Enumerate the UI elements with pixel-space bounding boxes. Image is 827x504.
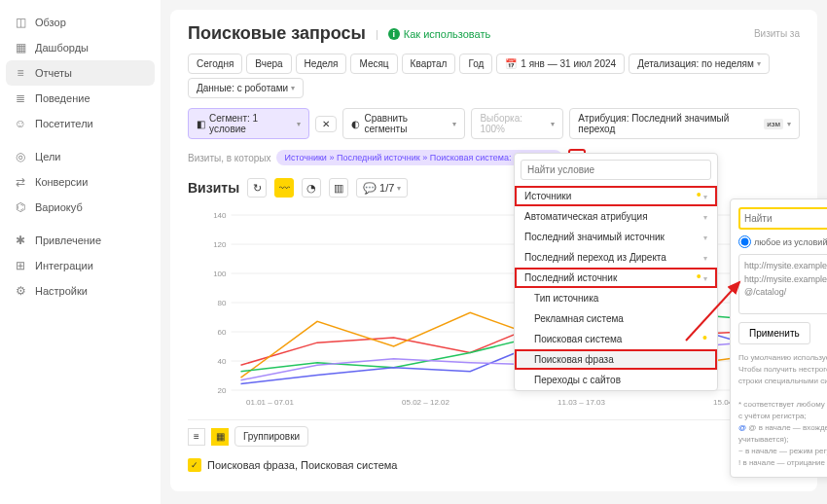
sidebar-item-variokub[interactable]: ⌬Вариокуб: [0, 195, 161, 220]
condition-item[interactable]: Источники• ▾: [515, 186, 717, 206]
sidebar-item-acquisition[interactable]: ✱Привлечение: [0, 228, 161, 253]
chevron-down-icon: ▾: [757, 59, 761, 68]
grouping-button[interactable]: Группировки: [234, 426, 308, 447]
chart-type-pie[interactable]: ◔: [302, 178, 321, 198]
sidebar-item-label: Дашборды: [35, 42, 89, 54]
grouping-list[interactable]: ≡: [188, 428, 205, 446]
condition-item[interactable]: Последний переход из Директа ▾: [515, 247, 717, 268]
period-yesterday[interactable]: Вчера: [246, 54, 291, 74]
help-tilde: ~ в начале — режим регулярного выражения…: [738, 446, 827, 457]
chart-refresh[interactable]: ↻: [247, 178, 267, 198]
chevron-down-icon: ▾: [397, 184, 401, 193]
svg-text:05.02 – 12.02: 05.02 – 12.02: [402, 398, 449, 407]
sidebar-item-dashboards[interactable]: ▦Дашборды: [0, 35, 161, 60]
sidebar-item-visitors[interactable]: ☺Посетители: [0, 111, 161, 136]
main-panel: Поисковые запросы | iКак использовать Ви…: [170, 10, 817, 491]
condition-item[interactable]: Переходы с сайтов: [515, 370, 717, 390]
segment-button[interactable]: ◧Сегмент: 1 условие▾: [188, 108, 309, 139]
segment-icon: ◧: [197, 119, 205, 129]
chevron-down-icon: ▾: [291, 84, 295, 92]
condition-label: Последний переход из Директа: [524, 252, 666, 263]
dashboards-icon: ▦: [14, 41, 27, 54]
daterange-picker[interactable]: 📅1 янв — 31 июл 2024: [496, 54, 625, 74]
metric-label: 1/7: [379, 182, 394, 194]
apply-button[interactable]: Применить: [738, 322, 810, 344]
chart-type-line[interactable]: 〰: [274, 178, 294, 198]
sidebar-item-label: Интеграции: [35, 260, 93, 271]
find-input[interactable]: [738, 207, 827, 230]
svg-text:01.01 – 07.01: 01.01 – 07.01: [246, 398, 294, 407]
segment-clear[interactable]: ✕: [315, 116, 337, 132]
period-month[interactable]: Месяц: [350, 54, 397, 74]
condition-item[interactable]: Автоматическая атрибуция ▾: [515, 206, 717, 227]
svg-text:11.03 – 17.03: 11.03 – 17.03: [557, 398, 605, 407]
period-today[interactable]: Сегодня: [188, 54, 242, 74]
sidebar-item-integrations[interactable]: ⊞Интеграции: [0, 253, 161, 278]
condition-item[interactable]: Поисковая система•: [515, 329, 717, 349]
check-icon[interactable]: ✓: [188, 458, 201, 472]
sidebar-item-reports[interactable]: ≡Отчеты: [6, 60, 155, 86]
radio-any-input[interactable]: [738, 235, 751, 248]
attribution-button[interactable]: Атрибуция: Последний значимый переход из…: [569, 108, 800, 139]
sidebar-item-behavior[interactable]: ≣Поведение: [0, 86, 161, 111]
condition-label: Тип источника: [534, 293, 598, 304]
page-title: Поисковые запросы: [188, 23, 366, 44]
compare-segments[interactable]: ◐Сравнить сегменты▾: [342, 108, 465, 139]
condition-label: Последний значимый источник: [524, 232, 665, 242]
segment-toolbar: ◧Сегмент: 1 условие▾ ✕ ◐Сравнить сегмент…: [188, 108, 800, 139]
detail-label: Детализация: по неделям: [637, 58, 754, 69]
check-label: Поисковая фраза, Поисковая система: [207, 459, 397, 471]
behavior-icon: ≣: [14, 91, 27, 105]
sidebar-item-goals[interactable]: ◎Цели: [0, 144, 161, 169]
condition-label: Поисковая фраза: [534, 354, 614, 365]
goals-icon: ◎: [14, 150, 27, 163]
settings-icon: ⚙: [14, 284, 27, 298]
url-textarea[interactable]: http://mysite.example/cart.htmlhttp://my…: [738, 254, 827, 314]
acquisition-icon: ✱: [14, 234, 27, 247]
condition-item[interactable]: Поисковая фраза: [515, 349, 717, 370]
grouping-tree[interactable]: ▦: [211, 428, 229, 446]
period-year[interactable]: Год: [459, 54, 492, 74]
attribution-label: Атрибуция: Последний значимый переход: [578, 113, 760, 134]
condition-popover: Источники• ▾Автоматическая атрибуция ▾По…: [514, 153, 718, 391]
sidebar-item-overview[interactable]: ◫Обзор: [0, 10, 161, 35]
visitors-icon: ☺: [14, 117, 27, 130]
condition-item[interactable]: Рекламная система: [515, 308, 717, 329]
help-star: * соответствует любому количеству любых …: [738, 399, 827, 422]
condition-label: Источники: [524, 191, 571, 201]
sidebar-item-settings[interactable]: ⚙Настройки: [0, 278, 161, 304]
help-bang: ! в начале — отрицание условия.: [738, 457, 827, 469]
chart-type-bar[interactable]: ▥: [329, 178, 348, 198]
help-text: По умолчанию используется строгое соотве…: [738, 352, 827, 469]
period-week[interactable]: Неделя: [296, 54, 347, 74]
dot-icon: •: [702, 330, 707, 345]
sidebar-item-label: Конверсии: [35, 176, 88, 188]
help-at: @ в начале — вхождение строки (регистр н…: [738, 423, 827, 444]
sidebar-item-label: Посетители: [35, 118, 93, 129]
condition-item[interactable]: Последний значимый источник ▾: [515, 227, 717, 247]
robots-select[interactable]: Данные: с роботами ▾: [188, 78, 304, 98]
robots-label: Данные: с роботами: [197, 83, 288, 93]
divider: |: [376, 28, 378, 40]
sample-button[interactable]: Выборка: 100%▾: [471, 108, 563, 139]
period-quarter[interactable]: Квартал: [402, 54, 456, 74]
condition-search[interactable]: [521, 160, 711, 180]
period-toolbar: Сегодня Вчера Неделя Месяц Квартал Год 📅…: [188, 54, 800, 98]
condition-item[interactable]: Последний источник• ▾: [515, 268, 717, 288]
condition-item[interactable]: Тип источника: [515, 288, 717, 308]
howto-label: Как использовать: [404, 28, 490, 40]
compare-label: Сравнить сегменты: [364, 113, 449, 134]
radio-any[interactable]: любое из условий: [738, 235, 827, 248]
detail-select[interactable]: Детализация: по неделям ▾: [629, 54, 770, 74]
sidebar-item-label: Настройки: [35, 285, 88, 297]
svg-text:80: 80: [218, 299, 227, 307]
chart-metric[interactable]: 💬1/7▾: [356, 178, 408, 198]
howto-link[interactable]: iКак использовать: [388, 28, 490, 40]
chat-icon: 💬: [363, 182, 377, 195]
sidebar-item-label: Обзор: [35, 17, 66, 28]
svg-text:20: 20: [218, 386, 227, 395]
chevron-down-icon: ▾: [297, 120, 301, 128]
sidebar-item-conversions[interactable]: ⇄Конверсии: [0, 169, 161, 195]
integrations-icon: ⊞: [14, 259, 27, 272]
chevron-down-icon: ▾: [703, 213, 707, 222]
